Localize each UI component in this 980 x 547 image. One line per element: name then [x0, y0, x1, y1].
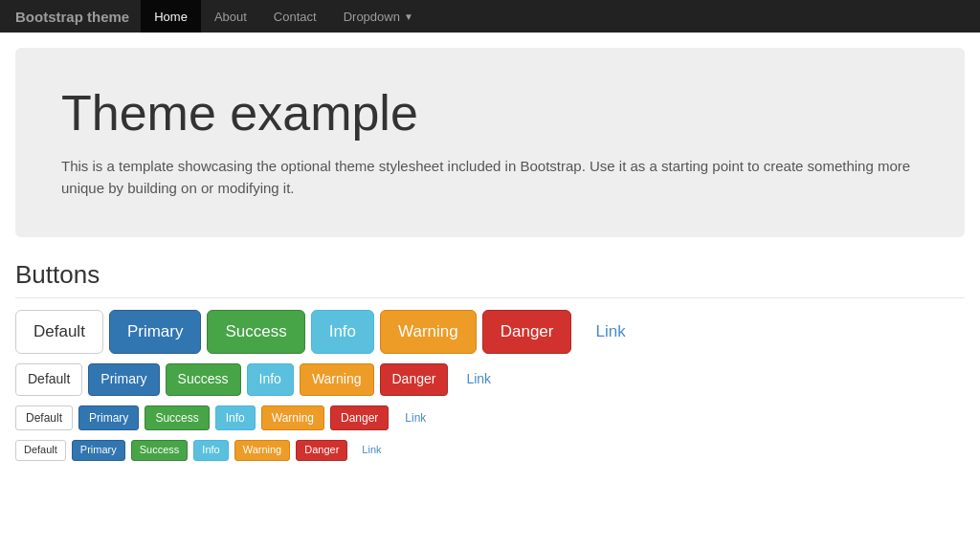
btn-primary-lg[interactable]: Primary — [109, 310, 202, 354]
btn-primary-md[interactable]: Primary — [88, 363, 159, 396]
jumbotron-description: This is a template showcasing the option… — [61, 156, 919, 199]
btn-info-lg[interactable]: Info — [311, 310, 374, 354]
btn-primary-xs[interactable]: Primary — [72, 440, 125, 460]
btn-info-md[interactable]: Info — [247, 363, 294, 396]
btn-warning-xs[interactable]: Warning — [234, 440, 291, 460]
btn-success-lg[interactable]: Success — [207, 310, 304, 354]
btn-default-sm[interactable]: Default — [15, 405, 73, 431]
nav-link-home[interactable]: Home — [141, 0, 201, 33]
btn-warning-md[interactable]: Warning — [300, 363, 374, 396]
nav-item-dropdown: Dropdown ▼ — [330, 0, 427, 33]
nav-item-home: Home — [141, 0, 201, 33]
nav-link-contact[interactable]: Contact — [260, 0, 330, 33]
nav-link-dropdown[interactable]: Dropdown ▼ — [330, 0, 427, 33]
nav-item-contact: Contact — [260, 0, 330, 33]
btn-row-xs: Default Primary Success Info Warning Dan… — [15, 440, 965, 460]
btn-link-md[interactable]: Link — [454, 363, 503, 396]
btn-info-xs[interactable]: Info — [193, 440, 228, 460]
navbar: Bootstrap theme Home About Contact Dropd… — [0, 0, 980, 33]
btn-danger-sm[interactable]: Danger — [330, 405, 389, 431]
btn-row-md: Default Primary Success Info Warning Dan… — [15, 363, 965, 396]
nav-dropdown-label: Dropdown — [344, 10, 400, 24]
buttons-section: Buttons Default Primary Success Info War… — [0, 252, 980, 486]
jumbotron: Theme example This is a template showcas… — [15, 48, 965, 237]
jumbotron-heading: Theme example — [61, 86, 919, 141]
btn-danger-md[interactable]: Danger — [380, 363, 449, 396]
btn-success-xs[interactable]: Success — [131, 440, 189, 460]
btn-danger-xs[interactable]: Danger — [296, 440, 347, 460]
btn-default-lg[interactable]: Default — [15, 310, 103, 354]
btn-danger-lg[interactable]: Danger — [482, 310, 572, 354]
buttons-section-title: Buttons — [15, 252, 965, 298]
btn-row-lg: Default Primary Success Info Warning Dan… — [15, 310, 965, 354]
btn-link-sm[interactable]: Link — [394, 405, 436, 431]
btn-info-sm[interactable]: Info — [215, 405, 256, 431]
navbar-brand[interactable]: Bootstrap theme — [15, 0, 141, 33]
btn-success-md[interactable]: Success — [166, 363, 241, 396]
chevron-down-icon: ▼ — [404, 11, 413, 22]
btn-link-lg[interactable]: Link — [577, 310, 643, 354]
nav-item-about: About — [201, 0, 260, 33]
btn-primary-sm[interactable]: Primary — [78, 405, 139, 431]
btn-default-xs[interactable]: Default — [15, 440, 66, 460]
btn-success-sm[interactable]: Success — [145, 405, 209, 431]
btn-default-md[interactable]: Default — [15, 363, 82, 396]
nav-items: Home About Contact Dropdown ▼ — [141, 0, 427, 33]
btn-link-xs[interactable]: Link — [353, 440, 390, 460]
nav-link-about[interactable]: About — [201, 0, 260, 33]
btn-warning-lg[interactable]: Warning — [380, 310, 477, 354]
btn-row-sm: Default Primary Success Info Warning Dan… — [15, 405, 965, 431]
btn-warning-sm[interactable]: Warning — [261, 405, 324, 431]
